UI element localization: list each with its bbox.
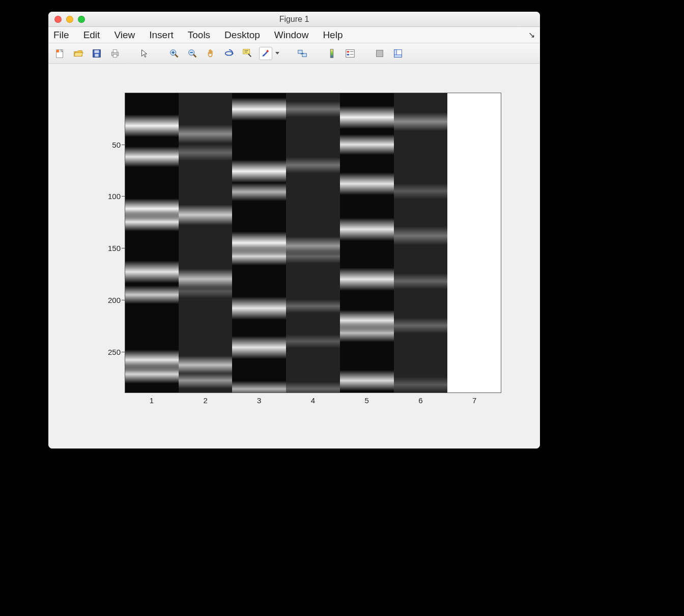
menu-window[interactable]: Window [274,30,309,41]
gel-band [286,382,340,393]
gel-lane-3 [232,93,286,393]
menu-file[interactable]: File [53,30,69,41]
save-icon[interactable] [90,47,103,60]
gel-lane-1 [125,93,179,393]
toolbar [48,43,540,64]
gel-band [394,227,448,245]
axes[interactable]: 50100150200250 1234567 [125,93,501,393]
show-plot-tools-icon[interactable] [391,47,405,60]
svg-rect-22 [298,50,302,53]
svg-rect-3 [94,50,99,53]
gel-band [125,147,179,167]
gel-band [125,365,179,383]
gel-lane-7 [447,93,501,393]
x-tick-label: 7 [472,396,476,405]
rotate3d-icon[interactable] [222,47,236,60]
gel-band [340,218,394,241]
x-tick-label: 2 [203,396,207,405]
gel-band [286,334,340,348]
window-controls [48,16,85,23]
window-title: Figure 1 [48,15,540,24]
gel-band [340,106,394,129]
svg-rect-17 [243,49,250,53]
x-tick-label: 5 [365,396,369,405]
svg-rect-30 [377,50,383,57]
gel-band [340,370,394,390]
gel-band [394,183,448,199]
gel-band [340,173,394,195]
y-tick-mark [122,300,125,300]
figure-canvas[interactable]: 50100150200250 1234567 [48,64,540,449]
y-tick-label: 200 [90,295,121,304]
insert-legend-icon[interactable] [344,47,357,60]
brush-dropdown-icon[interactable] [275,52,279,54]
brush-icon[interactable] [259,47,272,60]
y-tick-label: 250 [90,347,121,356]
svg-point-1 [56,49,60,52]
pointer-icon[interactable] [138,47,151,60]
dock-arrow-icon[interactable]: ↘ [528,30,535,40]
gel-band [125,213,179,231]
svg-rect-25 [346,49,355,57]
gel-band [179,285,233,298]
maximize-button[interactable] [78,16,85,23]
data-cursor-icon[interactable] [241,47,254,60]
gel-band [232,160,286,183]
menu-view[interactable]: View [114,30,135,41]
link-plot-icon[interactable] [296,47,309,60]
menu-tools[interactable]: Tools [188,30,210,41]
figure-window: Figure 1 File Edit View Insert Tools Des… [48,12,540,449]
svg-rect-6 [113,49,117,52]
x-tick-label: 3 [257,396,261,405]
gel-band [286,249,340,263]
svg-rect-33 [394,54,402,57]
zoom-out-icon[interactable] [186,47,199,60]
gel-lane-4 [286,93,340,393]
y-tick-mark [122,352,125,352]
gel-band [179,125,233,143]
menu-desktop[interactable]: Desktop [224,30,260,41]
y-tick-mark [122,145,125,145]
svg-rect-7 [113,54,117,57]
new-figure-icon[interactable] [53,47,67,60]
gel-band [286,157,340,173]
pan-icon[interactable] [204,47,217,60]
zoom-in-icon[interactable] [167,47,181,60]
menubar: File Edit View Insert Tools Desktop Wind… [48,27,540,43]
gel-band [125,286,179,304]
x-tick-label: 6 [418,396,422,405]
menu-edit[interactable]: Edit [83,30,100,41]
svg-rect-4 [95,53,98,57]
minimize-button[interactable] [66,16,73,23]
image-plot[interactable] [125,93,501,393]
gel-band [286,299,340,313]
print-icon[interactable] [108,47,122,60]
open-icon[interactable] [72,47,85,60]
menu-insert[interactable]: Insert [149,30,174,41]
gel-band [179,356,233,374]
gel-band [232,98,286,121]
gel-band [394,113,448,131]
gel-band [394,318,448,333]
gel-band [340,268,394,291]
gel-lane-5 [340,93,394,393]
gel-band [286,101,340,117]
svg-rect-26 [347,51,350,52]
gel-band [179,205,233,225]
close-button[interactable] [54,16,62,23]
gel-band [179,145,233,160]
insert-colorbar-icon[interactable] [325,47,338,60]
gel-band [232,183,286,201]
y-tick-mark [122,196,125,197]
svg-point-15 [225,51,233,55]
svg-line-20 [248,53,251,57]
hide-plot-tools-icon[interactable] [373,47,386,60]
svg-rect-24 [330,49,333,58]
gel-band [394,377,448,393]
svg-rect-27 [347,53,350,55]
svg-rect-23 [302,53,306,57]
gel-band [232,247,286,266]
menu-help[interactable]: Help [323,30,343,41]
svg-line-13 [193,54,196,57]
gel-band [340,324,394,342]
